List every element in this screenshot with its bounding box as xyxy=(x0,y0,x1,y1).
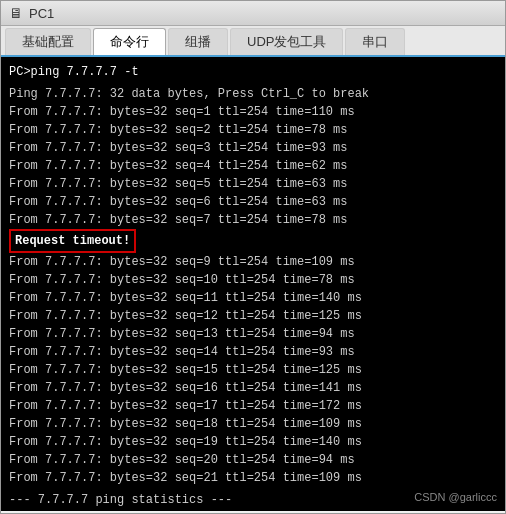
ping-line-12: From 7.7.7.7: bytes=32 seq=12 ttl=254 ti… xyxy=(9,307,497,325)
window: 🖥 PC1 基础配置 命令行 组播 UDP发包工具 串口 PC>ping 7.7… xyxy=(0,0,506,514)
ping-line-18: From 7.7.7.7: bytes=32 seq=18 ttl=254 ti… xyxy=(9,415,497,433)
ping-line-13: From 7.7.7.7: bytes=32 seq=13 ttl=254 ti… xyxy=(9,325,497,343)
window-title: PC1 xyxy=(29,6,54,21)
title-bar: 🖥 PC1 xyxy=(1,1,505,26)
terminal[interactable]: PC>ping 7.7.7.7 -t Ping 7.7.7.7: 32 data… xyxy=(1,57,505,511)
tab-command[interactable]: 命令行 xyxy=(93,28,166,55)
timeout-box: Request timeout! xyxy=(9,229,136,253)
ping-line-16: From 7.7.7.7: bytes=32 seq=16 ttl=254 ti… xyxy=(9,379,497,397)
tab-udp-tool[interactable]: UDP发包工具 xyxy=(230,28,343,55)
ping-line-1: From 7.7.7.7: bytes=32 seq=1 ttl=254 tim… xyxy=(9,103,497,121)
ping-line-20: From 7.7.7.7: bytes=32 seq=20 ttl=254 ti… xyxy=(9,451,497,469)
command-line: PC>ping 7.7.7.7 -t xyxy=(9,63,497,81)
ping-line-21: From 7.7.7.7: bytes=32 seq=21 ttl=254 ti… xyxy=(9,469,497,487)
ping-header: Ping 7.7.7.7: 32 data bytes, Press Ctrl_… xyxy=(9,85,497,103)
ping-line-3: From 7.7.7.7: bytes=32 seq=3 ttl=254 tim… xyxy=(9,139,497,157)
ping-line-2: From 7.7.7.7: bytes=32 seq=2 ttl=254 tim… xyxy=(9,121,497,139)
ping-line-9: From 7.7.7.7: bytes=32 seq=9 ttl=254 tim… xyxy=(9,253,497,271)
ping-line-6: From 7.7.7.7: bytes=32 seq=6 ttl=254 tim… xyxy=(9,193,497,211)
ping-line-19: From 7.7.7.7: bytes=32 seq=19 ttl=254 ti… xyxy=(9,433,497,451)
ping-line-4: From 7.7.7.7: bytes=32 seq=4 ttl=254 tim… xyxy=(9,157,497,175)
ping-line-5: From 7.7.7.7: bytes=32 seq=5 ttl=254 tim… xyxy=(9,175,497,193)
tab-serial[interactable]: 串口 xyxy=(345,28,405,55)
ping-line-7: From 7.7.7.7: bytes=32 seq=7 ttl=254 tim… xyxy=(9,211,497,229)
watermark: CSDN @garliccc xyxy=(414,489,497,506)
pc-icon: 🖥 xyxy=(9,5,23,21)
ping-line-10: From 7.7.7.7: bytes=32 seq=10 ttl=254 ti… xyxy=(9,271,497,289)
ping-line-14: From 7.7.7.7: bytes=32 seq=14 ttl=254 ti… xyxy=(9,343,497,361)
tab-bar: 基础配置 命令行 组播 UDP发包工具 串口 xyxy=(1,26,505,57)
timeout-line: Request timeout! xyxy=(9,229,497,253)
tab-multicast[interactable]: 组播 xyxy=(168,28,228,55)
ping-line-17: From 7.7.7.7: bytes=32 seq=17 ttl=254 ti… xyxy=(9,397,497,415)
tab-basic-config[interactable]: 基础配置 xyxy=(5,28,91,55)
ping-line-11: From 7.7.7.7: bytes=32 seq=11 ttl=254 ti… xyxy=(9,289,497,307)
ping-line-15: From 7.7.7.7: bytes=32 seq=15 ttl=254 ti… xyxy=(9,361,497,379)
